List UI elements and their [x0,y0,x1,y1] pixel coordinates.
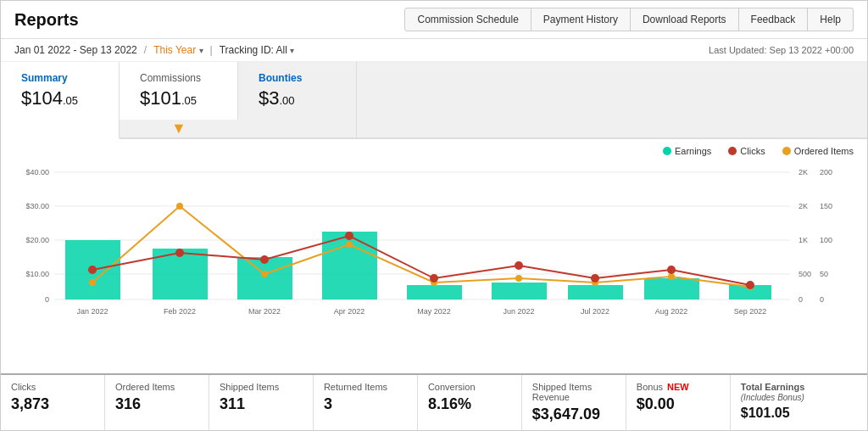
svg-point-24 [515,275,522,282]
svg-text:50: 50 [820,270,828,278]
legend-ordered-items-label: Ordered Items [794,146,854,156]
col-ordered-items-value: 316 [115,395,198,413]
svg-text:1K: 1K [798,236,808,244]
download-reports-btn[interactable]: Download Reports [631,8,739,31]
col-total-earnings: Total Earnings (Includes Bonus) $101.05 [731,375,867,430]
ordered-items-dot [782,147,791,155]
col-returned-items-header: Returned Items [324,382,407,392]
col-shipped-revenue-header: Shipped Items Revenue [532,382,615,402]
summary-tabs: Summary $104.05 Commissions $101.05 ▼ Bo… [1,62,867,139]
legend-earnings: Earnings [663,146,711,156]
svg-text:$40.00: $40.00 [25,168,49,176]
svg-text:200: 200 [820,168,832,176]
svg-point-34 [591,274,599,283]
tab-commissions-label: Commissions [140,72,217,84]
commission-schedule-btn[interactable]: Commission Schedule [404,8,531,31]
summary-tab-commissions[interactable]: Commissions $101.05 [120,62,238,120]
this-year-filter[interactable]: This Year ▾ [153,44,203,56]
legend-earnings-label: Earnings [675,146,711,156]
svg-point-26 [668,273,675,280]
svg-text:Jul 2022: Jul 2022 [581,307,609,316]
svg-point-22 [346,241,353,248]
new-badge: NEW [667,382,689,392]
tab-commissions-value: $101.05 [140,87,217,109]
svg-text:Sep 2022: Sep 2022 [734,307,767,316]
svg-point-33 [515,261,523,270]
col-ordered-items: Ordered Items 316 [105,375,209,430]
svg-point-19 [89,279,96,286]
date-range: Jan 01 2022 - Sep 13 2022 [14,44,137,56]
svg-text:Feb 2022: Feb 2022 [164,307,196,316]
data-table: Clicks 3,873 Ordered Items 316 Shipped I… [1,373,867,430]
col-conversion: Conversion 8.16% [418,375,522,430]
total-earnings-sub: (Includes Bonus) [741,393,804,402]
chevron-down-icon: ▾ [290,46,294,55]
svg-rect-15 [492,283,547,299]
svg-point-28 [88,266,97,274]
subheader-left: Jan 01 2022 - Sep 13 2022 / This Year ▾ … [14,44,294,56]
subheader: Jan 01 2022 - Sep 13 2022 / This Year ▾ … [1,39,867,62]
svg-text:$20.00: $20.00 [25,236,49,244]
svg-point-35 [667,266,676,274]
col-total-earnings-value: $101.05 [741,406,857,421]
payment-history-btn[interactable]: Payment History [531,8,631,31]
svg-point-21 [261,271,268,277]
header: Reports Commission Schedule Payment Hist… [1,1,867,39]
svg-text:0: 0 [820,295,824,304]
col-returned-items: Returned Items 3 [314,375,418,430]
svg-text:Jan 2022: Jan 2022 [76,307,108,316]
svg-text:May 2022: May 2022 [417,307,451,316]
col-ordered-items-header: Ordered Items [115,382,198,392]
clicks-dot [728,147,737,155]
svg-point-20 [176,203,183,210]
svg-text:0: 0 [798,295,803,304]
col-bonus-value: $0.00 [637,395,720,413]
col-shipped-items: Shipped Items 311 [209,375,314,430]
svg-text:$30.00: $30.00 [25,202,49,210]
svg-text:150: 150 [820,202,832,210]
col-conversion-value: 8.16% [428,395,511,413]
chart-svg: $40.00 $30.00 $20.00 $10.00 0 [14,160,854,325]
tab-summary-label: Summary [21,72,98,84]
legend-ordered-items: Ordered Items [782,146,854,156]
col-shipped-items-value: 311 [220,395,303,413]
tab-arrow-icon: ▼ [171,120,186,137]
summary-tab-bounties[interactable]: Bounties $3.00 [238,62,357,137]
tab-summary-value: $104.05 [21,87,98,109]
col-returned-items-value: 3 [324,395,407,413]
col-shipped-revenue-value: $3,647.09 [532,406,615,423]
help-btn[interactable]: Help [808,8,854,31]
svg-point-36 [746,281,754,289]
svg-text:Mar 2022: Mar 2022 [248,307,281,316]
svg-point-32 [430,274,438,283]
last-updated: Last Updated: Sep 13 2022 +00:00 [709,45,854,55]
col-clicks-value: 3,873 [11,395,94,413]
legend-clicks-label: Clicks [740,146,765,156]
tracking-id-filter[interactable]: Tracking ID: All ▾ [220,44,295,56]
feedback-btn[interactable]: Feedback [739,8,809,31]
reports-page: Reports Commission Schedule Payment Hist… [0,0,868,431]
col-bonus-header: Bonus NEW [637,382,720,392]
col-shipped-items-header: Shipped Items [220,382,303,392]
col-conversion-header: Conversion [428,382,511,392]
header-nav: Commission Schedule Payment History Down… [404,8,854,31]
svg-text:Jun 2022: Jun 2022 [503,307,534,316]
svg-rect-17 [644,278,699,299]
svg-text:$10.00: $10.00 [25,270,49,278]
earnings-dot [663,147,671,155]
col-bonus: Bonus NEW $0.00 [626,375,731,430]
tab-bounties-label: Bounties [259,72,336,84]
chart-legend: Earnings Clicks Ordered Items [14,146,854,156]
svg-text:0: 0 [45,295,49,304]
svg-text:500: 500 [798,270,811,278]
col-shipped-revenue: Shipped Items Revenue $3,647.09 [522,375,626,430]
col-clicks: Clicks 3,873 [1,375,105,430]
svg-text:Apr 2022: Apr 2022 [334,307,365,316]
summary-tab-summary[interactable]: Summary $104.05 [1,62,120,139]
page-title: Reports [14,10,79,30]
svg-text:2K: 2K [798,202,808,210]
svg-rect-14 [407,285,462,299]
legend-clicks: Clicks [728,146,765,156]
chevron-down-icon: ▾ [199,46,203,55]
svg-rect-16 [568,285,623,299]
